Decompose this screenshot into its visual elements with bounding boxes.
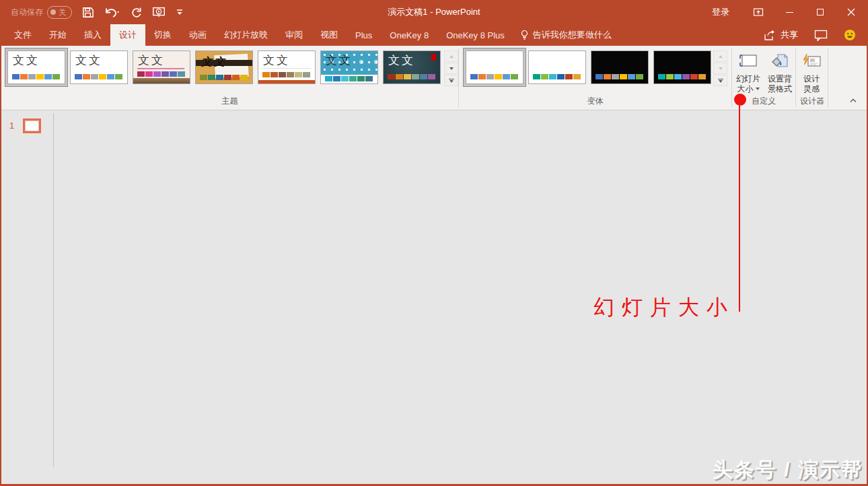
variant-3[interactable] <box>591 50 649 84</box>
theme-color-swatches <box>75 74 122 79</box>
themes-more-button[interactable] <box>444 75 458 86</box>
annotation-text: 幻灯片大小 <box>593 293 735 322</box>
themes-scroll-up-button[interactable] <box>444 50 458 62</box>
tab-review[interactable]: 审阅 <box>277 24 312 46</box>
variants-scroll-down-button[interactable] <box>713 63 727 74</box>
maximize-button[interactable] <box>805 0 836 24</box>
scroll-down-icon <box>719 67 723 70</box>
watermark-text: 头条号 / 演示帮 <box>713 456 863 484</box>
tab-onekey8plus[interactable]: OneKey 8 Plus <box>437 24 513 46</box>
theme-2[interactable]: 文文 <box>70 50 128 84</box>
variants-more-button[interactable] <box>713 75 727 86</box>
variant-4[interactable] <box>653 50 711 84</box>
lightbulb-icon <box>520 30 529 40</box>
sign-in-button[interactable]: 登录 <box>698 0 743 24</box>
tell-me-label: 告诉我你想要做什么 <box>533 29 612 41</box>
tab-plus[interactable]: Plus <box>347 24 381 46</box>
variants-gallery-scrollbar <box>713 50 727 86</box>
annotation-dot <box>734 94 746 106</box>
start-slideshow-button[interactable] <box>151 5 166 19</box>
title-bar: 自动保存 关 演示文稿1 - PowerPoint 登录 <box>1 0 867 24</box>
variant-1[interactable] <box>466 50 523 84</box>
scroll-up-icon <box>449 55 454 58</box>
variant-2[interactable] <box>528 50 586 84</box>
variants-gallery <box>466 50 711 84</box>
variants-scroll-up-button[interactable] <box>713 50 727 62</box>
theme-6[interactable]: 文文 <box>320 50 378 84</box>
tab-insert[interactable]: 插入 <box>75 24 110 46</box>
close-icon <box>847 8 855 16</box>
tab-view[interactable]: 视图 <box>312 24 347 46</box>
annotation-line <box>739 106 740 312</box>
theme-sample-text: 文文 <box>13 53 40 68</box>
theme-color-swatches <box>325 76 373 81</box>
theme-5[interactable]: 文文 <box>258 50 316 84</box>
tab-onekey8[interactable]: OneKey 8 <box>381 24 437 46</box>
tab-slideshow[interactable]: 幻灯片放映 <box>215 24 277 46</box>
collapse-ribbon-button[interactable] <box>848 94 859 106</box>
comment-icon <box>814 30 828 41</box>
group-separator <box>828 48 828 107</box>
tab-home[interactable]: 开始 <box>40 24 75 46</box>
dropdown-caret-icon <box>756 88 760 90</box>
theme-3[interactable]: 文文 <box>133 50 190 84</box>
theme-sample-text: 文文 <box>75 53 102 68</box>
theme-4[interactable]: 文文 <box>195 50 253 84</box>
undo-button[interactable] <box>104 6 120 19</box>
tab-design[interactable]: 设计 <box>110 24 145 46</box>
share-button[interactable]: 共享 <box>763 29 798 41</box>
tell-me-box[interactable]: 告诉我你想要做什么 <box>520 24 612 46</box>
autosave-pill: 关 <box>47 6 72 19</box>
tab-file[interactable]: 文件 <box>5 24 40 46</box>
theme-sample-text: 文文 <box>388 53 415 68</box>
autosave-label: 自动保存 <box>11 7 43 18</box>
tab-transitions[interactable]: 切换 <box>145 24 180 46</box>
theme-sample-text: 文文 <box>201 55 227 69</box>
themes-scroll-down-button[interactable] <box>444 63 458 74</box>
close-button[interactable] <box>836 0 867 24</box>
themes-group-label: 主题 <box>1 96 458 107</box>
slideshow-icon <box>151 5 166 19</box>
redo-button[interactable] <box>129 6 142 19</box>
autosave-knob-icon <box>50 9 56 15</box>
slide-size-icon <box>737 50 759 74</box>
slide-number: 1 <box>9 120 14 131</box>
undo-icon <box>104 6 120 19</box>
theme-color-swatches <box>12 74 60 79</box>
comments-button[interactable] <box>814 30 828 41</box>
theme-sample-text: 文文 <box>326 53 353 68</box>
workspace: 1 <box>1 110 867 484</box>
variant-color-swatches <box>658 74 706 79</box>
variant-color-swatches <box>470 74 518 79</box>
themes-gallery: 文文 文文 文文 文文 文文 文文 <box>7 50 441 84</box>
chevron-up-icon <box>849 98 857 103</box>
customize-qat-button[interactable] <box>176 7 184 17</box>
minimize-button[interactable] <box>774 0 805 24</box>
save-button[interactable] <box>81 6 94 19</box>
theme-7[interactable]: 文文 <box>383 50 441 84</box>
theme-sample-text: 文文 <box>138 53 165 68</box>
slide-thumbnail-1[interactable] <box>23 118 41 133</box>
theme-color-swatches <box>262 72 310 77</box>
designer-group-label: 设计器 <box>796 96 828 107</box>
theme-sample-text: 文文 <box>263 53 290 68</box>
gallery-more-icon <box>449 80 454 83</box>
theme-office[interactable]: 文文 <box>7 50 65 84</box>
theme-color-swatches <box>137 71 185 77</box>
maximize-icon <box>817 9 824 15</box>
quick-access-toolbar: 自动保存 关 <box>11 5 184 19</box>
variant-color-swatches <box>533 74 581 79</box>
ribbon-display-options-button[interactable] <box>743 0 774 24</box>
scroll-up-icon <box>719 55 723 58</box>
gallery-more-icon <box>719 80 723 83</box>
scroll-down-icon <box>449 67 454 70</box>
feedback-smiley-button[interactable] <box>844 29 856 41</box>
panel-divider[interactable] <box>53 113 54 467</box>
variant-color-swatches <box>595 74 643 79</box>
ribbon-tab-row: 文件 开始 插入 设计 切换 动画 幻灯片放映 审阅 视图 Plus OneKe… <box>1 24 867 46</box>
autosave-toggle[interactable]: 自动保存 关 <box>11 6 72 19</box>
tab-animations[interactable]: 动画 <box>180 24 215 46</box>
save-icon <box>81 6 94 19</box>
share-label: 共享 <box>781 29 798 41</box>
autosave-state: 关 <box>59 7 66 18</box>
